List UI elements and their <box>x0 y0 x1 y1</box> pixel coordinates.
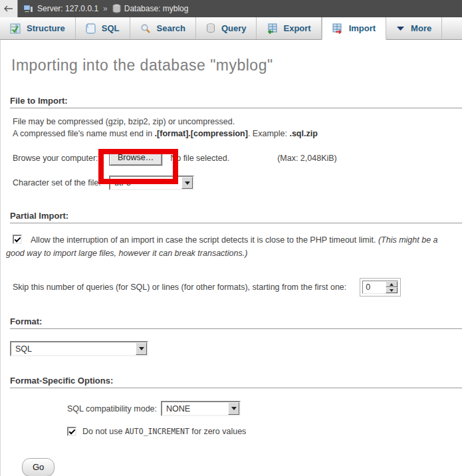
tab-query[interactable]: Query <box>196 17 257 39</box>
tabbar-filler <box>442 17 462 39</box>
line2-example: .sql.zip <box>289 129 317 138</box>
breadcrumb-database[interactable]: Database: myblog <box>124 4 189 13</box>
section-heading-format: Format: <box>10 316 462 329</box>
line2-mid: . Example: <box>248 129 290 138</box>
tab-query-label: Query <box>221 23 247 33</box>
section-heading-file-to-import: File to Import: <box>10 96 462 108</box>
sql-compatibility-label: SQL compatibility mode: <box>67 404 157 414</box>
autoincr-suffix: for zero values <box>189 427 246 436</box>
go-button[interactable]: Go <box>22 458 55 476</box>
charset-select-arrow-icon[interactable] <box>181 177 193 189</box>
stepper-up-icon <box>390 283 394 286</box>
no-file-selected-text: No file selected. <box>170 154 229 163</box>
allow-interruption-checkbox[interactable] <box>13 235 22 244</box>
tab-structure-label: Structure <box>27 23 65 33</box>
stepper-down-icon <box>390 289 394 292</box>
skip-queries-stepper <box>386 281 398 293</box>
compression-info-line1: File may be compressed (gzip, bzip2, zip… <box>13 117 462 128</box>
format-selected-value: SQL <box>11 342 36 355</box>
stepper-down-button[interactable] <box>386 287 398 293</box>
charset-select[interactable]: utf-8 <box>109 176 194 190</box>
breadcrumb-bar: Server: 127.0.0.1 » Database: myblog <box>0 0 462 17</box>
search-icon <box>140 23 151 34</box>
section-heading-partial-import: Partial Import: <box>10 211 462 223</box>
page-title: Importing into the database "myblog" <box>1 40 462 74</box>
auto-increment-label: Do not use AUTO_INCREMENT for zero value… <box>82 427 246 436</box>
skip-queries-label: Skip this number of queries (for SQL) or… <box>13 283 346 292</box>
breadcrumb-server[interactable]: Server: 127.0.0.1 <box>37 4 98 13</box>
browse-label: Browse your computer: <box>13 154 109 163</box>
structure-icon <box>10 23 21 34</box>
charset-selected-value: utf-8 <box>110 177 135 189</box>
chevron-down-icon <box>396 26 405 31</box>
back-button[interactable] <box>0 0 18 17</box>
skip-queries-input[interactable]: 0 <box>362 281 398 294</box>
charset-row: Character set of the file: utf-8 <box>13 176 462 190</box>
query-database-icon <box>206 23 215 33</box>
tab-sql-label: SQL <box>102 23 120 33</box>
max-upload-size: (Max: 2,048KiB) <box>277 154 337 163</box>
autoincr-code: AUTO_INCREMENT <box>125 427 189 436</box>
auto-increment-checkbox[interactable] <box>67 427 76 436</box>
allow-interruption-row: Allow the interruption of an import in c… <box>6 234 455 260</box>
line2-prefix: A compressed file's name must end in <box>13 129 155 138</box>
browse-button[interactable]: Browse… <box>109 150 162 166</box>
server-icon <box>23 4 34 13</box>
charset-label: Character set of the file: <box>13 178 109 187</box>
sql-compatibility-select[interactable]: NONE <box>161 401 241 416</box>
tab-structure[interactable]: Structure <box>0 17 76 39</box>
tab-sql[interactable]: SQL <box>76 17 130 39</box>
import-icon <box>332 23 343 34</box>
tab-export[interactable]: Export <box>257 17 321 39</box>
export-icon <box>267 23 277 34</box>
skip-queries-value: 0 <box>363 281 386 293</box>
breadcrumb-separator: » <box>103 4 108 13</box>
line2-format-pattern: .[format].[compression] <box>155 129 248 138</box>
format-select-row: SQL <box>10 341 462 356</box>
format-select-arrow-icon[interactable] <box>136 342 147 355</box>
format-select[interactable]: SQL <box>10 341 148 356</box>
tab-export-label: Export <box>283 23 310 33</box>
auto-increment-row: Do not use AUTO_INCREMENT for zero value… <box>67 427 462 436</box>
file-upload-row: Browse your computer: Browse… No file se… <box>13 150 462 166</box>
tab-bar: Structure SQL Search Query Export Import <box>0 17 462 40</box>
database-icon <box>112 4 121 13</box>
sql-compatibility-value: NONE <box>162 402 194 415</box>
stepper-up-button[interactable] <box>386 281 398 287</box>
tab-more-label: More <box>411 23 431 33</box>
sql-compatibility-row: SQL compatibility mode: NONE <box>67 401 462 416</box>
tab-search-label: Search <box>157 23 185 33</box>
tab-import-label: Import <box>349 23 376 33</box>
tab-search[interactable]: Search <box>130 17 196 39</box>
section-heading-format-options: Format-Specific Options: <box>10 376 462 388</box>
skip-queries-input-frame: 0 <box>360 278 401 297</box>
tab-more[interactable]: More <box>386 17 442 39</box>
breadcrumb: Server: 127.0.0.1 » Database: myblog <box>23 4 188 13</box>
import-page: Importing into the database "myblog" Fil… <box>0 40 462 476</box>
autoincr-prefix: Do not use <box>82 427 125 436</box>
back-arrow-icon <box>4 5 13 12</box>
sql-compatibility-arrow-icon[interactable] <box>228 402 239 415</box>
sql-icon <box>86 23 96 34</box>
tab-import[interactable]: Import <box>322 17 386 40</box>
compression-info-line2: A compressed file's name must end in .[f… <box>13 129 462 140</box>
allow-interruption-label: Allow the interruption of an import in c… <box>31 235 378 245</box>
skip-queries-row: Skip this number of queries (for SQL) or… <box>13 278 462 297</box>
